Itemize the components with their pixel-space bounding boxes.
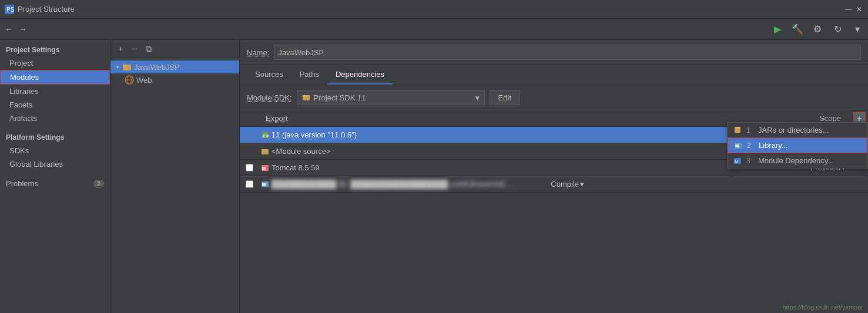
- name-row: Name:: [240, 40, 868, 65]
- sdk-folder-icon: [302, 93, 310, 102]
- main-content: Name: Sources Paths Dependencies Module …: [240, 40, 868, 313]
- export-col-header: Export: [259, 114, 341, 123]
- nav-forward-button[interactable]: →: [16, 23, 29, 36]
- jdk-row-name: 11 (java version "11.0.6"): [272, 130, 780, 139]
- dropdown-item-module-dep[interactable]: M 3 Module Dependency...: [728, 153, 867, 168]
- svg-text:M: M: [735, 160, 738, 164]
- sdk-select-inner: Project SDK 11: [302, 93, 366, 102]
- tree-item-web-label: Web: [136, 76, 152, 85]
- table-row[interactable]: ████████████ 杨: ██████████████████ vaWEB…: [240, 176, 868, 193]
- add-dependency-dropdown: 1 JARs or directories... 2 Library... M: [727, 122, 868, 169]
- scope-col-header: Scope: [341, 114, 850, 123]
- tree-content: ▼ JavaWebJSP Web: [110, 58, 239, 89]
- project-settings-label: Project Settings: [0, 42, 110, 56]
- tree-toolbar: + − ⧉: [110, 40, 239, 58]
- build-button[interactable]: 🔨: [789, 21, 806, 38]
- problems-section[interactable]: Problems 2: [0, 176, 110, 191]
- tomcat-checkbox[interactable]: [246, 164, 253, 171]
- sidebar-item-sdks[interactable]: SDKs: [0, 144, 110, 157]
- toolbar-right: ▶ 🔨 ⚙ ↻ ▾: [769, 21, 866, 38]
- bottom-url: https://blog.csdn.net/yxmoar: [782, 304, 863, 311]
- update-button[interactable]: ↻: [829, 21, 846, 38]
- dropdown-item-label-library: Library...: [759, 141, 788, 150]
- dropdown-item-library[interactable]: 2 Library...: [728, 137, 867, 153]
- name-input[interactable]: [274, 45, 861, 60]
- expand-icon: ▼: [115, 65, 120, 70]
- app-icon: PS: [5, 5, 14, 14]
- close-button[interactable]: ✕: [855, 5, 863, 14]
- module-dep-icon: M: [733, 157, 742, 165]
- sidebar-item-libraries[interactable]: Libraries: [0, 85, 110, 98]
- more-button[interactable]: ▾: [849, 21, 866, 38]
- svg-rect-3: [123, 65, 126, 66]
- dropdown-item-jars[interactable]: 1 JARs or directories...: [728, 123, 867, 137]
- tab-dependencies[interactable]: Dependencies: [327, 65, 393, 85]
- lib-checkbox[interactable]: [246, 180, 253, 188]
- tree-item-javawebjsp-label: JavaWebJSP: [134, 63, 180, 72]
- lib-icon: [259, 180, 272, 189]
- tree-item-web[interactable]: Web: [120, 73, 239, 86]
- sdk-row: Module SDK: Project SDK 11 ▾ Edit: [240, 85, 868, 110]
- tabs-row: Sources Paths Dependencies: [240, 65, 868, 85]
- dropdown-item-num-1: 1: [746, 126, 753, 134]
- sdk-label: Module SDK:: [247, 93, 292, 102]
- problems-badge: 2: [93, 180, 104, 188]
- svg-text:JDK: JDK: [262, 134, 269, 138]
- run-button[interactable]: ▶: [769, 21, 786, 38]
- toolbar-left: ← →: [2, 23, 29, 36]
- settings-button[interactable]: ⚙: [809, 21, 826, 38]
- lib-row-name: ████████████ 杨: ██████████████████ vaWEB…: [272, 179, 518, 190]
- sidebar-item-artifacts[interactable]: Artifacts: [0, 112, 110, 125]
- sidebar-item-global-libraries[interactable]: Global Libraries: [0, 157, 110, 171]
- tree-copy-button[interactable]: ⧉: [142, 42, 155, 55]
- dropdown-item-num-3: 3: [746, 157, 753, 165]
- sdk-value: Project SDK 11: [314, 93, 366, 102]
- dropdown-item-label-jars: JARs or directories...: [758, 126, 829, 134]
- tree-remove-button[interactable]: −: [128, 42, 141, 55]
- folder-icon: [122, 62, 132, 72]
- title-bar: PS Project Structure — ✕: [0, 0, 868, 19]
- sidebar: Project Settings Project Modules Librari…: [0, 40, 110, 313]
- svg-rect-20: [735, 128, 740, 133]
- lib-row-scope[interactable]: Compile ▾: [518, 180, 589, 189]
- sdk-select[interactable]: Project SDK 11 ▾: [297, 90, 485, 105]
- lib-scope-dropdown[interactable]: ▾: [580, 180, 584, 189]
- row-checkbox-lib[interactable]: [240, 180, 259, 188]
- sdk-dropdown-icon: ▾: [475, 93, 480, 102]
- platform-settings-label: Platform Settings: [0, 130, 110, 144]
- sidebar-item-modules[interactable]: Modules: [0, 70, 110, 85]
- tree-panel: + − ⧉ ▼ JavaWebJSP Web: [110, 40, 240, 313]
- sidebar-item-facets[interactable]: Facets: [0, 98, 110, 112]
- nav-back-button[interactable]: ←: [2, 23, 15, 36]
- module-source-icon: [259, 147, 272, 156]
- svg-rect-8: [303, 95, 306, 97]
- title-bar-controls: — ✕: [844, 5, 863, 14]
- tomcat-row-name: Tomcat 8.5.59: [272, 163, 780, 172]
- tree-item-javawebjsp[interactable]: ▼ JavaWebJSP: [110, 60, 239, 73]
- svg-rect-11: [262, 149, 269, 154]
- minimize-button[interactable]: —: [844, 5, 853, 14]
- module-source-row-name: <Module source>: [272, 147, 780, 156]
- row-checkbox-tomcat[interactable]: [240, 164, 259, 171]
- title-bar-left: PS Project Structure: [5, 5, 75, 14]
- edit-button[interactable]: Edit: [490, 90, 520, 105]
- tree-add-button[interactable]: +: [114, 42, 127, 55]
- problems-label: Problems: [6, 179, 38, 188]
- web-icon: [125, 75, 134, 85]
- top-toolbar: ← → ▶ 🔨 ⚙ ↻ ▾: [0, 19, 868, 40]
- svg-text:PS: PS: [6, 6, 14, 13]
- name-label: Name:: [247, 48, 269, 57]
- jdk-icon: JDK: [259, 131, 272, 139]
- title-bar-title: Project Structure: [18, 5, 75, 14]
- tab-paths[interactable]: Paths: [291, 65, 327, 85]
- jars-icon: [733, 126, 742, 134]
- tab-sources[interactable]: Sources: [247, 65, 291, 85]
- dropdown-item-label-module-dep: Module Dependency...: [758, 156, 834, 165]
- tomcat-icon: [259, 164, 272, 172]
- sidebar-item-project[interactable]: Project: [0, 56, 110, 70]
- dropdown-item-num-2: 2: [747, 142, 754, 150]
- library-icon: [734, 142, 742, 150]
- main-layout: Project Settings Project Modules Librari…: [0, 40, 868, 313]
- svg-rect-21: [735, 127, 740, 129]
